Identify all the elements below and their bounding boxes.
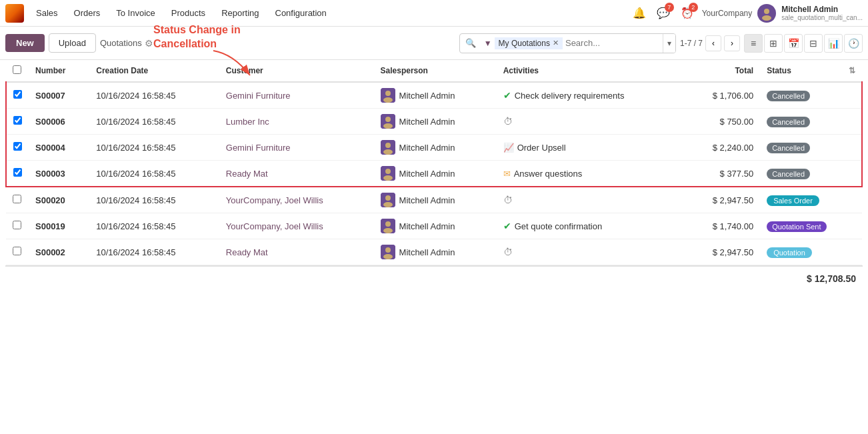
row-customer[interactable]: Ready Mat bbox=[219, 161, 374, 187]
row-customer[interactable]: YourCompany, Joel Willis bbox=[219, 187, 374, 213]
nav-products[interactable]: Products bbox=[165, 5, 212, 21]
row-id[interactable]: S00007 bbox=[29, 82, 89, 109]
row-checkbox[interactable] bbox=[13, 195, 21, 203]
filter-tag-label: My Quotations bbox=[499, 39, 550, 48]
row-activity: 📈Order Upsell bbox=[497, 135, 685, 161]
nav-to-invoice[interactable]: To Invoice bbox=[109, 5, 162, 21]
row-checkbox-cell bbox=[6, 213, 29, 239]
activity-btn[interactable]: ⏰2 bbox=[678, 4, 697, 23]
row-date: 10/16/2024 16:58:45 bbox=[89, 82, 219, 109]
row-id[interactable]: S00019 bbox=[29, 213, 89, 239]
row-date: 10/16/2024 16:58:45 bbox=[89, 239, 219, 265]
user-info: Mitchell Admin sale_quotation_multi_can.… bbox=[781, 5, 863, 21]
view-pivot-btn[interactable]: ⊟ bbox=[804, 34, 823, 53]
search-icon: 🔍 bbox=[460, 38, 481, 48]
row-activity: ✔Check delivery requirements bbox=[497, 82, 685, 109]
nav-reporting[interactable]: Reporting bbox=[215, 5, 265, 21]
row-customer[interactable]: Gemini Furniture bbox=[219, 135, 374, 161]
view-list-btn[interactable]: ≡ bbox=[744, 34, 763, 53]
pagination-next[interactable]: › bbox=[724, 35, 740, 51]
col-total[interactable]: Total bbox=[684, 60, 760, 82]
row-customer[interactable]: YourCompany, Joel Willis bbox=[219, 213, 374, 239]
row-activity: ✔Get quote confirmation bbox=[497, 213, 685, 239]
row-salesperson: Mitchell Admin bbox=[374, 109, 497, 135]
status-badge: Sales Order bbox=[767, 195, 819, 206]
search-input[interactable] bbox=[563, 38, 663, 48]
filter-tag[interactable]: My Quotations ✕ bbox=[495, 37, 563, 49]
svg-point-24 bbox=[383, 254, 393, 259]
col-creation-date[interactable]: Creation Date bbox=[89, 60, 219, 82]
view-clock-btn[interactable]: 🕐 bbox=[844, 34, 863, 53]
user-avatar[interactable] bbox=[757, 4, 776, 23]
status-badge: Cancelled bbox=[767, 143, 810, 153]
row-salesperson: Mitchell Admin bbox=[374, 161, 497, 187]
svg-point-18 bbox=[383, 202, 393, 207]
select-all-checkbox[interactable] bbox=[13, 65, 21, 74]
row-checkbox[interactable] bbox=[13, 168, 22, 177]
search-dropdown-btn[interactable]: ▾ bbox=[663, 34, 675, 53]
nav-configuration[interactable]: Configuration bbox=[269, 5, 333, 21]
view-kanban-btn[interactable]: ⊞ bbox=[764, 34, 783, 53]
table-row: S0000610/16/2024 16:58:45Lumber IncMitch… bbox=[6, 109, 862, 135]
row-total: $ 377.50 bbox=[684, 161, 760, 187]
row-id[interactable]: S00002 bbox=[29, 239, 89, 265]
status-badge: Cancelled bbox=[767, 117, 810, 127]
grand-total-value: $ 12,708.50 bbox=[807, 273, 856, 284]
row-id[interactable]: S00006 bbox=[29, 109, 89, 135]
row-salesperson: Mitchell Admin bbox=[374, 135, 497, 161]
filter-tag-close[interactable]: ✕ bbox=[553, 39, 559, 47]
row-status: Cancelled bbox=[760, 82, 862, 109]
pagination-prev[interactable]: ‹ bbox=[705, 35, 721, 51]
notifications-btn[interactable]: 🔔 bbox=[630, 4, 649, 23]
nav-sales[interactable]: Sales bbox=[29, 5, 65, 21]
svg-point-6 bbox=[383, 97, 393, 103]
col-status[interactable]: Status ⇅ bbox=[760, 60, 862, 82]
row-checkbox[interactable] bbox=[13, 116, 22, 125]
col-salesperson[interactable]: Salesperson bbox=[374, 60, 497, 82]
app-logo[interactable] bbox=[5, 4, 24, 23]
row-status: Cancelled bbox=[760, 109, 862, 135]
row-salesperson: Mitchell Admin bbox=[374, 213, 497, 239]
svg-point-20 bbox=[385, 221, 391, 227]
row-total: $ 1,706.00 bbox=[684, 82, 760, 109]
activity-cell: ⏱ bbox=[503, 195, 678, 205]
breadcrumb-label: Quotations bbox=[100, 38, 142, 48]
row-id[interactable]: S00004 bbox=[29, 135, 89, 161]
search-box[interactable]: 🔍 ▼ My Quotations ✕ ▾ bbox=[459, 33, 676, 53]
sort-icon[interactable]: ⇅ bbox=[849, 66, 855, 75]
col-customer[interactable]: Customer bbox=[219, 60, 374, 82]
row-id[interactable]: S00003 bbox=[29, 161, 89, 187]
new-button[interactable]: New bbox=[5, 34, 45, 52]
row-status: Quotation Sent bbox=[760, 213, 862, 239]
row-id[interactable]: S00020 bbox=[29, 187, 89, 213]
row-customer[interactable]: Lumber Inc bbox=[219, 109, 374, 135]
row-customer[interactable]: Gemini Furniture bbox=[219, 82, 374, 109]
svg-point-17 bbox=[385, 195, 391, 201]
row-checkbox[interactable] bbox=[13, 221, 21, 229]
row-checkbox[interactable] bbox=[13, 90, 22, 99]
company-name: YourCompany bbox=[702, 9, 753, 18]
col-number[interactable]: Number bbox=[29, 60, 89, 82]
row-date: 10/16/2024 16:58:45 bbox=[89, 213, 219, 239]
row-checkbox[interactable] bbox=[13, 247, 21, 255]
activity-badge: 2 bbox=[689, 3, 698, 12]
row-activity: ✉Answer questions bbox=[497, 161, 685, 187]
row-date: 10/16/2024 16:58:45 bbox=[89, 135, 219, 161]
chat-btn[interactable]: 💬7 bbox=[654, 4, 673, 23]
topbar-right: 🔔 💬7 ⏰2 YourCompany Mitchell Admin sale_… bbox=[630, 4, 863, 23]
svg-point-1 bbox=[764, 9, 769, 14]
row-checkbox[interactable] bbox=[13, 142, 22, 151]
upload-button[interactable]: Upload bbox=[49, 33, 96, 53]
row-date: 10/16/2024 16:58:45 bbox=[89, 161, 219, 187]
row-checkbox-cell bbox=[6, 187, 29, 213]
gear-icon[interactable]: ⚙ bbox=[145, 38, 153, 49]
activity-cell: ✔Get quote confirmation bbox=[503, 221, 678, 231]
col-activities[interactable]: Activities bbox=[497, 60, 685, 82]
view-calendar-btn[interactable]: 📅 bbox=[784, 34, 803, 53]
row-checkbox-cell bbox=[6, 161, 29, 187]
row-activity: ⏱ bbox=[497, 239, 685, 265]
view-graph-btn[interactable]: 📊 bbox=[824, 34, 843, 53]
row-customer[interactable]: Ready Mat bbox=[219, 239, 374, 265]
nav-orders[interactable]: Orders bbox=[67, 5, 107, 21]
topbar: Sales Orders To Invoice Products Reporti… bbox=[0, 0, 868, 27]
